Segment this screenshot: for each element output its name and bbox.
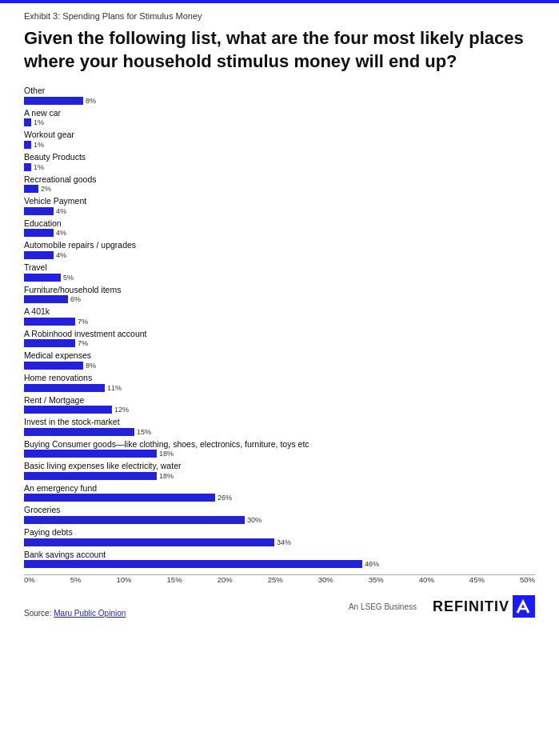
x-axis-tick: 15% [167, 575, 182, 584]
bar-value: 34% [277, 538, 291, 546]
source-text: Source: Maru Public Opinion [24, 609, 126, 618]
bar-row: Medical expenses8% [24, 350, 535, 370]
bar-container: 1% [24, 163, 535, 171]
bar [24, 318, 75, 326]
bar [24, 516, 245, 524]
bar-label: Automobile repairs / upgrades [24, 240, 535, 250]
x-axis-tick: 35% [369, 575, 384, 584]
bar-container: 34% [24, 538, 535, 546]
x-axis-tick: 20% [218, 575, 233, 584]
bar-container: 6% [24, 295, 535, 303]
bar-value: 7% [78, 318, 88, 326]
x-axis-tick: 30% [318, 575, 333, 584]
bar-row: Recreational goods2% [24, 174, 535, 194]
bar-row: Other8% [24, 86, 535, 105]
bar-label: A new car [24, 108, 535, 118]
bar-container: 1% [24, 141, 535, 149]
bar-label: A 401k [24, 306, 535, 317]
bar-value: 8% [86, 362, 96, 370]
bar-row: Buying Consumer goods—like clothing, sho… [24, 439, 535, 458]
bar-row: Rent / Mortgage12% [24, 395, 535, 414]
bar-value: 1% [34, 141, 44, 149]
bar-row: Vehicle Payment4% [24, 196, 535, 215]
main-container: Exhibit 3: Spending Plans for Stimulus M… [0, 3, 559, 634]
bar-value: 1% [34, 163, 44, 171]
bar-value: 12% [114, 406, 129, 414]
bar-value: 2% [41, 185, 51, 193]
bar-container: 15% [24, 428, 535, 436]
bar-row: Invest in the stock-market15% [24, 417, 535, 436]
bar-row: Bank savings account46% [24, 550, 535, 569]
footer: Source: Maru Public Opinion An LSEG Busi… [24, 595, 535, 618]
bar [24, 163, 31, 171]
bar-container: 4% [24, 251, 535, 259]
refinitiv-logo: REFINITIV [433, 595, 535, 618]
bar-value: 15% [137, 428, 151, 436]
x-axis-tick: 5% [70, 575, 82, 584]
bar [24, 229, 54, 237]
bar-value: 11% [107, 384, 122, 392]
bar-label: Travel [24, 262, 535, 273]
bar [24, 362, 83, 370]
bar-container: 7% [24, 339, 535, 347]
bar-row: Furniture/household items6% [24, 285, 535, 304]
bar-value: 5% [63, 274, 74, 282]
x-axis-tick: 25% [268, 575, 283, 584]
chart-area: Other8%A new car1%Workout gear1%Beauty P… [24, 86, 535, 568]
bar [24, 295, 68, 303]
source-link[interactable]: Maru Public Opinion [54, 609, 126, 618]
bar [24, 274, 61, 282]
bar-label: Beauty Products [24, 152, 535, 162]
lseg-label: An LSEG Business [349, 602, 417, 611]
x-axis: 0%5%10%15%20%25%30%35%40%45%50% [24, 574, 535, 584]
bar [24, 472, 157, 480]
bar [24, 450, 157, 458]
bar [24, 339, 75, 347]
bar-container: 2% [24, 185, 535, 193]
bar-row: Education4% [24, 218, 535, 238]
bar-container: 18% [24, 450, 535, 458]
bar [24, 406, 112, 414]
bar-container: 26% [24, 494, 535, 502]
bar-row: Groceries30% [24, 505, 535, 524]
bar-label: Rent / Mortgage [24, 395, 535, 406]
bar-row: A new car1% [24, 108, 535, 127]
bar-label: A Robinhood investment account [24, 329, 535, 339]
bar-label: Invest in the stock-market [24, 417, 535, 427]
bar-container: 7% [24, 318, 535, 326]
bar-row: Workout gear1% [24, 130, 535, 149]
bar-label: Groceries [24, 505, 535, 515]
bar-container: 8% [24, 97, 535, 105]
bar-row: Travel5% [24, 262, 535, 282]
main-title: Given the following list, what are the f… [24, 27, 535, 73]
bar-value: 4% [56, 251, 66, 259]
bar-label: Vehicle Payment [24, 196, 535, 206]
bar-value: 7% [78, 339, 88, 347]
bar-value: 4% [56, 207, 66, 215]
bar [24, 560, 362, 568]
bar-row: Home renovations11% [24, 373, 535, 392]
bar-label: Other [24, 86, 535, 96]
branding: An LSEG Business REFINITIV [349, 595, 535, 618]
bar [24, 141, 31, 149]
bar [24, 185, 38, 193]
bar [24, 118, 31, 126]
bar [24, 494, 215, 502]
bar-row: A Robinhood investment account7% [24, 329, 535, 348]
bar-container: 11% [24, 384, 535, 392]
bar-row: Automobile repairs / upgrades4% [24, 240, 535, 259]
bar-row: Paying debts34% [24, 527, 535, 546]
bar-label: Furniture/household items [24, 285, 535, 295]
bar-value: 26% [218, 494, 232, 502]
bar-row: A 401k7% [24, 306, 535, 326]
bar-label: Medical expenses [24, 350, 535, 361]
bar-row: Basic living expenses like electricity, … [24, 461, 535, 480]
bar-label: Buying Consumer goods—like clothing, sho… [24, 439, 535, 450]
x-axis-tick: 0% [24, 575, 35, 584]
refinitiv-icon [513, 595, 535, 618]
bar-value: 4% [56, 229, 66, 237]
bar-container: 18% [24, 472, 535, 480]
bar [24, 207, 54, 215]
bar-container: 46% [24, 560, 535, 568]
bar-container: 1% [24, 118, 535, 126]
